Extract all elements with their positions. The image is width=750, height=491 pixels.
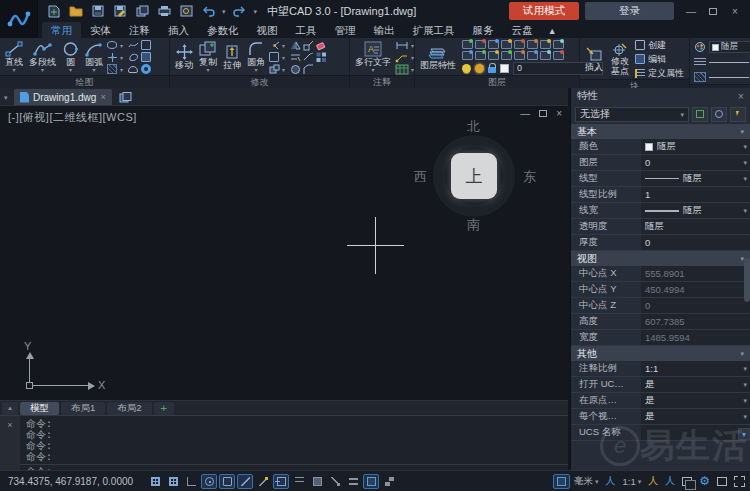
layer-on-icon[interactable]	[462, 64, 471, 73]
doc-minimize-icon[interactable]: —	[520, 108, 530, 119]
region-icon[interactable]	[128, 52, 138, 62]
object-snap-icon[interactable]	[219, 474, 235, 489]
doc-close-icon[interactable]: ×	[556, 108, 562, 119]
lineweight-value[interactable]: 随层▾	[641, 203, 750, 218]
layer-state-icon[interactable]	[475, 51, 486, 60]
annotation-scale-value[interactable]: 1:1▾	[641, 361, 750, 376]
minimize-button[interactable]: —	[684, 4, 698, 18]
layer-unlock-icon[interactable]	[488, 67, 496, 73]
select-objects-button[interactable]	[711, 107, 727, 122]
copy-icon[interactable]	[134, 4, 150, 18]
tab-manage[interactable]: 管理	[326, 22, 365, 38]
trial-mode-button[interactable]: 试用模式	[509, 2, 579, 20]
mirror-icon[interactable]	[290, 40, 300, 50]
ucs-origin-value[interactable]: 是▾	[641, 393, 750, 408]
annotation-visibility-icon[interactable]: 人	[603, 474, 619, 489]
explode-icon[interactable]	[269, 64, 279, 74]
layer-state-icon[interactable]	[462, 40, 473, 49]
lineweight-display-icon[interactable]	[291, 474, 307, 489]
compass-north[interactable]: 北	[467, 118, 480, 136]
document-tab[interactable]: Drawing1.dwg ×	[14, 89, 112, 105]
donut-icon[interactable]	[141, 64, 151, 74]
scale-icon[interactable]	[303, 40, 313, 50]
annotation-monitor-icon[interactable]: 人	[662, 474, 678, 489]
color-value[interactable]: 随层▾	[641, 139, 750, 154]
offset-icon[interactable]	[269, 52, 279, 62]
layer-state-icon[interactable]	[514, 51, 525, 60]
object-snap-tracking-icon[interactable]	[237, 474, 253, 489]
command-history[interactable]: 命令: 命令: 命令: 命令:	[20, 416, 568, 465]
modify-basepoint-button[interactable]: 修改 基点	[609, 42, 631, 76]
chamfer-icon[interactable]	[303, 64, 313, 74]
tab-solid[interactable]: 实体	[81, 22, 120, 38]
layer-thaw-icon[interactable]	[475, 64, 484, 73]
panel-scrollbar-thumb[interactable]	[744, 258, 750, 302]
layer-state-icon[interactable]	[553, 51, 564, 60]
tab-service[interactable]: 服务	[464, 22, 503, 38]
dim-linear-icon[interactable]	[395, 40, 409, 50]
save-icon[interactable]	[90, 4, 106, 18]
compass-top-face[interactable]: 上	[451, 153, 497, 199]
layer-state-icon[interactable]	[488, 51, 499, 60]
table-icon[interactable]	[395, 64, 409, 74]
ucs-per-viewport-value[interactable]: 是▾	[641, 409, 750, 424]
layout-list-icon[interactable]: ▴	[2, 402, 18, 415]
dynamic-input-icon[interactable]	[345, 474, 361, 489]
tab-insert[interactable]: 插入	[159, 22, 198, 38]
redo-dropdown-icon[interactable]: ▾	[254, 8, 258, 15]
wipeout-icon[interactable]	[141, 52, 151, 62]
ellipse-dropdown-icon[interactable]: ▾	[120, 42, 126, 49]
layer-state-icon[interactable]	[553, 40, 564, 49]
doc-tab-list-icon[interactable]: ▾	[4, 94, 8, 101]
offset-dropdown-icon[interactable]: ▾	[282, 54, 288, 61]
polar-tracking-icon[interactable]	[201, 474, 217, 489]
unit-dropdown[interactable]: 毫米▾	[571, 474, 602, 489]
mtext-dropdown-icon[interactable]: ▾	[371, 67, 374, 73]
isolate-objects-icon[interactable]	[679, 474, 695, 489]
doc-tab-close-icon[interactable]: ×	[100, 92, 105, 102]
save-as-icon[interactable]	[112, 4, 128, 18]
group-label-draw[interactable]: 绘图	[0, 75, 169, 88]
hatch-dropdown-icon[interactable]: ▾	[120, 66, 126, 73]
linetype-dropdown[interactable]	[709, 77, 749, 78]
toggle-pickadd-button[interactable]	[692, 107, 708, 122]
line-dropdown-icon[interactable]: ▾	[12, 67, 15, 73]
block-edit-button[interactable]: 编辑	[635, 53, 684, 65]
ucs-open-value[interactable]: 是▾	[641, 377, 750, 392]
attr-define-button[interactable]: 定义属性	[635, 67, 684, 79]
selection-cycling-icon[interactable]	[327, 474, 343, 489]
properties-close-icon[interactable]: ×	[738, 90, 744, 102]
viewport-controls-label[interactable]: [-][俯视][二维线框][WCS]	[8, 110, 137, 125]
tab-layout2[interactable]: 布局2	[107, 402, 151, 415]
ribbon-collapse-icon[interactable]: ▴	[546, 22, 559, 38]
drawing-canvas[interactable]: [-][俯视][二维线框][WCS] — × 北 南 西 东 上 Y X	[0, 106, 568, 400]
tab-model[interactable]: 模型	[20, 402, 59, 415]
fullscreen-icon[interactable]	[731, 474, 748, 489]
compass-west[interactable]: 西	[414, 168, 427, 186]
section-view[interactable]: 视图▾	[571, 251, 750, 266]
rotate-icon[interactable]	[269, 40, 279, 50]
mtext-button[interactable]: A 多行文字 ▾	[353, 41, 393, 73]
command-main[interactable]: 命令: 命令: 命令: 命令: 命令:	[20, 416, 568, 470]
command-close-icon[interactable]: ×	[7, 420, 12, 470]
layer-state-icon[interactable]	[540, 51, 551, 60]
layer-state-icon[interactable]	[514, 40, 525, 49]
print-icon[interactable]	[156, 4, 172, 18]
arc-dropdown-icon[interactable]: ▾	[92, 67, 95, 73]
color-palette-icon[interactable]	[694, 42, 706, 52]
view-cube[interactable]: 北 南 西 东 上	[420, 122, 528, 230]
tab-view[interactable]: 视图	[248, 22, 287, 38]
section-basic[interactable]: 基本▾	[571, 124, 750, 139]
array-icon[interactable]	[316, 52, 326, 62]
app-logo-icon[interactable]	[0, 0, 38, 38]
revision-cloud-icon[interactable]	[128, 66, 138, 73]
tab-ext-tools[interactable]: 扩展工具	[404, 22, 464, 38]
tab-output[interactable]: 输出	[365, 22, 404, 38]
selection-dropdown[interactable]: 无选择 ▾	[575, 107, 689, 122]
layer-properties-button[interactable]: 图层特性	[418, 44, 458, 70]
layer-state-icon[interactable]	[501, 51, 512, 60]
point-dropdown-icon[interactable]: ▾	[120, 54, 126, 61]
group-label-modify[interactable]: 修改	[170, 75, 349, 88]
undo-dropdown-icon[interactable]: ▾	[222, 8, 226, 15]
undo-icon[interactable]	[200, 4, 216, 18]
